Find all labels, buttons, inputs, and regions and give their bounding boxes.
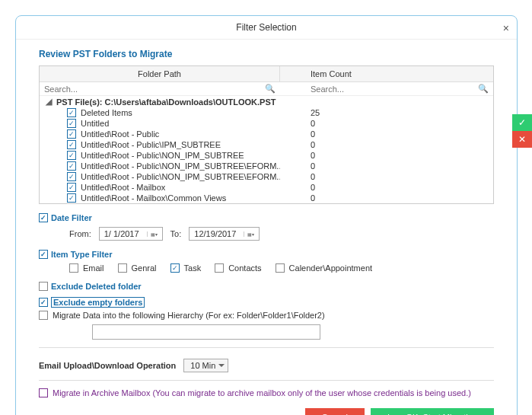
- search-icon: 🔍: [265, 84, 276, 94]
- search-icon: 🔍: [478, 84, 489, 94]
- table-row[interactable]: Untitled\Root - Public\NON_IPM_SUBTREE\E…: [40, 171, 493, 182]
- row-checkbox[interactable]: [67, 183, 76, 192]
- type-task[interactable]: Task: [170, 263, 202, 273]
- table-row[interactable]: Untitled\Root - Public\NON_IPM_SUBTREE\E…: [40, 161, 493, 171]
- exclude-empty-toggle[interactable]: Exclude empty folders: [39, 297, 494, 308]
- divider: [39, 347, 494, 348]
- cancel-button[interactable]: Cancel: [305, 408, 365, 415]
- row-checkbox[interactable]: [67, 172, 76, 181]
- exclude-deleted-toggle[interactable]: Exclude Deleted folder: [39, 282, 494, 291]
- checkbox-icon: [118, 263, 127, 273]
- archive-toggle[interactable]: Migrate in Archive Mailbox (You can migr…: [39, 388, 494, 397]
- tree-collapse-icon[interactable]: ◢: [46, 97, 53, 107]
- row-checkbox[interactable]: [67, 140, 76, 149]
- type-email[interactable]: Email: [69, 263, 104, 273]
- type-calendar[interactable]: Calender\Appointment: [276, 263, 372, 273]
- root-row[interactable]: ◢ PST File(s): C:\Users\aftaba\Downloads…: [40, 96, 493, 107]
- checkbox-icon: [39, 213, 48, 222]
- type-contacts[interactable]: Contacts: [215, 263, 261, 273]
- search-folder-input[interactable]: [44, 85, 262, 94]
- search-count: 🔍: [280, 82, 493, 95]
- calendar-dropdown-icon[interactable]: ▦▾: [244, 231, 254, 237]
- row-checkbox[interactable]: [67, 108, 76, 117]
- dialog-title: Filter Selection: [236, 22, 296, 33]
- filter-selection-dialog: Filter Selection × Review PST Folders to…: [15, 15, 518, 415]
- upload-interval-select[interactable]: 10 Min: [183, 359, 228, 372]
- from-date-input[interactable]: 1/ 1/2017 ▦▾: [99, 227, 163, 241]
- to-label: To:: [170, 229, 182, 238]
- row-checkbox[interactable]: [67, 161, 76, 171]
- side-cancel-button[interactable]: ✕: [512, 131, 532, 148]
- review-header: Review PST Folders to Migrate: [39, 49, 494, 59]
- table-row[interactable]: Deleted Items25: [40, 107, 493, 118]
- date-filter-toggle[interactable]: Date Filter: [39, 213, 494, 222]
- table-row[interactable]: Untitled0: [40, 118, 493, 129]
- table-row[interactable]: Untitled\Root - Public\NON_IPM_SUBTREE0: [40, 150, 493, 161]
- checkbox-icon: [39, 282, 48, 291]
- table-row[interactable]: Untitled\Root - Public\IPM_SUBTREE0: [40, 139, 493, 150]
- row-checkbox[interactable]: [67, 193, 76, 203]
- row-checkbox[interactable]: [67, 129, 76, 139]
- checkbox-icon: [276, 263, 285, 273]
- column-count[interactable]: Item Count: [280, 66, 493, 81]
- type-general[interactable]: Genral: [118, 263, 157, 273]
- search-count-input[interactable]: [311, 85, 475, 94]
- checkbox-icon: [39, 298, 48, 307]
- start-migration-button[interactable]: I am OK, Start Migration: [371, 408, 494, 415]
- search-folder: 🔍: [40, 82, 280, 95]
- table-row[interactable]: Untitled\Root - Mailbox\Common Views0: [40, 193, 493, 203]
- row-checkbox[interactable]: [67, 119, 76, 128]
- checkbox-icon: [69, 263, 78, 273]
- row-checkbox[interactable]: [67, 151, 76, 160]
- hierarchy-input[interactable]: [92, 324, 320, 340]
- hierarchy-toggle[interactable]: Migrate Data into the following Hierarch…: [39, 311, 494, 320]
- checkbox-icon: [170, 263, 180, 273]
- checkbox-icon: [39, 311, 48, 320]
- side-action-buttons: ✓ ✕: [512, 114, 532, 148]
- checkbox-icon: [39, 250, 48, 259]
- table-row[interactable]: Untitled\Root - Public0: [40, 129, 493, 139]
- close-icon[interactable]: ×: [503, 22, 509, 34]
- table-row[interactable]: Untitled\Root - Mailbox0: [40, 182, 493, 193]
- checkbox-icon: [39, 388, 48, 397]
- column-folder[interactable]: Folder Path: [40, 66, 280, 81]
- item-type-filter-toggle[interactable]: Item Type Filter: [39, 250, 494, 259]
- title-bar: Filter Selection ×: [16, 16, 517, 40]
- root-label: PST File(s): C:\Users\aftaba\Downloads\O…: [56, 97, 276, 107]
- to-date-input[interactable]: 12/19/2017 ▦▾: [189, 227, 260, 241]
- grid-header: Folder Path Item Count: [40, 66, 493, 82]
- calendar-dropdown-icon[interactable]: ▦▾: [147, 231, 158, 237]
- from-label: From:: [69, 229, 91, 238]
- divider: [39, 380, 494, 381]
- side-confirm-button[interactable]: ✓: [512, 114, 532, 131]
- grid-body[interactable]: ◢ PST File(s): C:\Users\aftaba\Downloads…: [40, 96, 493, 203]
- checkbox-icon: [215, 263, 224, 273]
- upload-label: Email Upload\Download Operation: [39, 361, 176, 370]
- folder-grid: Folder Path Item Count 🔍 🔍 ◢ PST File(s): [39, 65, 494, 204]
